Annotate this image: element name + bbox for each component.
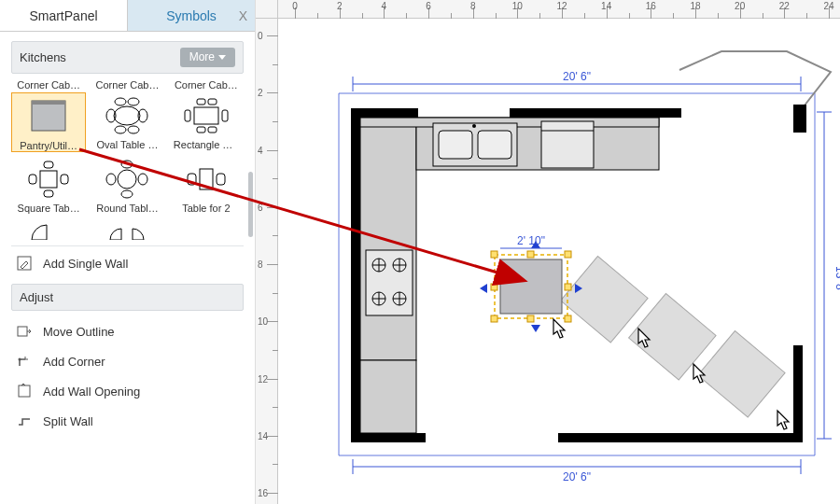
add-corner-icon: [17, 354, 32, 369]
shape-label: Round Tabl…: [94, 203, 160, 214]
svg-rect-45: [351, 108, 418, 118]
smartpanel: SmartPanel Symbols X Kitchens More Corne…: [0, 0, 256, 504]
ruler-horizontal[interactable]: 024681012141618202224: [278, 0, 840, 19]
svg-rect-49: [351, 433, 426, 442]
svg-rect-85: [491, 315, 497, 322]
more-label: More: [189, 50, 215, 63]
chevron-down-icon: [218, 55, 226, 60]
selected-island[interactable]: 2' 10": [480, 234, 582, 332]
svg-rect-46: [510, 108, 681, 118]
shape-partial[interactable]: [11, 217, 86, 240]
add-wall-opening-button[interactable]: Add Wall Opening: [11, 376, 244, 406]
split-wall-button[interactable]: Split Wall: [11, 406, 244, 436]
ruler-vertical[interactable]: 0246810121416: [256, 19, 278, 504]
svg-point-6: [128, 98, 139, 105]
svg-rect-12: [197, 99, 205, 105]
svg-rect-75: [561, 257, 648, 343]
move-outline-icon: [17, 324, 32, 339]
svg-rect-60: [541, 121, 594, 168]
shape-label: Square Tab…: [16, 203, 81, 214]
tool-label: Split Wall: [43, 414, 93, 428]
svg-rect-57: [439, 131, 472, 159]
svg-rect-30: [18, 327, 27, 336]
shape-table-for-2[interactable]: Table for 2: [169, 156, 244, 214]
svg-rect-62: [366, 250, 413, 315]
shape-partial[interactable]: [169, 217, 244, 240]
svg-rect-51: [793, 345, 803, 442]
shape-label: Table for 2: [174, 203, 239, 214]
svg-marker-89: [531, 325, 540, 332]
svg-point-2: [114, 106, 140, 125]
shape-label[interactable]: Corner Cab…: [90, 79, 164, 91]
svg-text:2' 10": 2' 10": [517, 234, 545, 247]
close-icon[interactable]: X: [239, 8, 247, 23]
svg-rect-10: [185, 110, 190, 121]
svg-rect-47: [793, 105, 806, 133]
ruler-corner: [256, 0, 278, 19]
scrollbar-thumb[interactable]: [248, 172, 253, 237]
svg-rect-32: [19, 385, 30, 397]
svg-rect-16: [40, 171, 57, 188]
shape-rect-table[interactable]: Rectangle T…: [169, 92, 244, 152]
svg-rect-78: [500, 259, 562, 314]
pencil-icon: [17, 256, 32, 271]
ghost-shapes: [561, 257, 785, 417]
more-button[interactable]: More: [180, 48, 235, 67]
svg-rect-19: [44, 161, 53, 168]
shape-label: Rectangle T…: [174, 139, 239, 150]
svg-rect-86: [527, 315, 534, 322]
svg-rect-87: [565, 315, 571, 322]
add-single-wall-button[interactable]: Add Single Wall: [11, 248, 244, 278]
shape-square-table[interactable]: Square Tab…: [11, 156, 86, 214]
split-wall-icon: [17, 413, 32, 428]
adjust-header: Adjust: [11, 284, 244, 311]
svg-rect-58: [478, 131, 511, 159]
svg-rect-52: [360, 118, 416, 360]
svg-rect-15: [208, 127, 217, 133]
shape-oval-table[interactable]: Oval Table …: [90, 92, 164, 152]
svg-marker-90: [480, 284, 487, 293]
shape-label[interactable]: Corner Cab…: [169, 79, 244, 91]
dishwasher-icon: [541, 121, 594, 168]
svg-point-25: [121, 190, 133, 198]
drawing-canvas[interactable]: 20' 6" 20' 6" 13' 8": [278, 19, 840, 504]
svg-rect-50: [558, 433, 801, 442]
tab-smartpanel[interactable]: SmartPanel: [0, 0, 128, 31]
svg-rect-13: [208, 99, 217, 105]
svg-rect-0: [32, 101, 65, 131]
svg-rect-48: [351, 108, 360, 441]
tab-symbols[interactable]: Symbols X: [128, 0, 255, 31]
canvas-area: 024681012141618202224 0246810121416 20' …: [256, 0, 840, 504]
svg-rect-77: [698, 331, 785, 417]
svg-text:20' 6": 20' 6": [563, 470, 591, 483]
svg-point-23: [138, 174, 147, 185]
add-corner-button[interactable]: Add Corner: [11, 346, 244, 376]
svg-rect-83: [491, 284, 497, 290]
tool-label: Add Single Wall: [43, 257, 128, 271]
svg-point-59: [472, 124, 476, 128]
range-icon: [366, 250, 413, 315]
svg-rect-1: [32, 101, 65, 105]
svg-rect-26: [200, 169, 213, 189]
move-outline-button[interactable]: Move Outline: [11, 316, 244, 346]
dimension-top: 20' 6": [353, 70, 801, 91]
shape-round-table[interactable]: Round Tabl…: [90, 156, 164, 214]
dimension-right: 13' 8": [817, 112, 840, 439]
svg-rect-81: [527, 251, 534, 258]
svg-rect-18: [61, 175, 68, 184]
svg-text:20' 6": 20' 6": [563, 70, 591, 83]
svg-rect-14: [197, 127, 205, 133]
tool-label: Add Wall Opening: [43, 385, 140, 399]
shape-pantry[interactable]: Pantry/Util…: [11, 92, 86, 152]
tool-label: Move Outline: [43, 325, 115, 339]
shape-label: Oval Table …: [94, 139, 160, 150]
svg-point-31: [19, 358, 21, 361]
svg-rect-84: [565, 284, 571, 290]
sink-icon: [433, 123, 517, 166]
shape-partial[interactable]: [90, 217, 164, 240]
add-wall-opening-icon: [17, 384, 32, 399]
svg-point-22: [106, 174, 116, 185]
shape-label[interactable]: Corner Cab…: [11, 79, 86, 91]
dimension-bottom: 20' 6": [353, 459, 801, 483]
svg-rect-82: [565, 251, 571, 258]
